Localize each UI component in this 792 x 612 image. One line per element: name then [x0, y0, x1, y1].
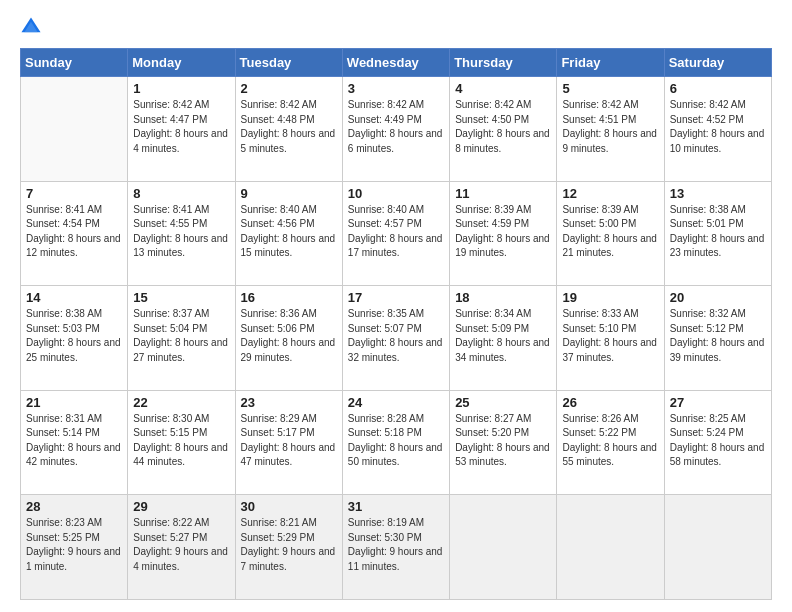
calendar-header-monday: Monday [128, 49, 235, 77]
calendar-cell: 11Sunrise: 8:39 AMSunset: 4:59 PMDayligh… [450, 181, 557, 286]
day-number: 3 [348, 81, 444, 96]
day-number: 4 [455, 81, 551, 96]
day-info: Sunrise: 8:30 AMSunset: 5:15 PMDaylight:… [133, 412, 229, 470]
day-number: 13 [670, 186, 766, 201]
calendar-cell: 24Sunrise: 8:28 AMSunset: 5:18 PMDayligh… [342, 390, 449, 495]
calendar-cell: 30Sunrise: 8:21 AMSunset: 5:29 PMDayligh… [235, 495, 342, 600]
calendar-cell: 13Sunrise: 8:38 AMSunset: 5:01 PMDayligh… [664, 181, 771, 286]
calendar-header-friday: Friday [557, 49, 664, 77]
calendar-week-1: 1Sunrise: 8:42 AMSunset: 4:47 PMDaylight… [21, 77, 772, 182]
day-info: Sunrise: 8:21 AMSunset: 5:29 PMDaylight:… [241, 516, 337, 574]
day-number: 10 [348, 186, 444, 201]
calendar-cell: 6Sunrise: 8:42 AMSunset: 4:52 PMDaylight… [664, 77, 771, 182]
calendar-cell: 8Sunrise: 8:41 AMSunset: 4:55 PMDaylight… [128, 181, 235, 286]
day-info: Sunrise: 8:35 AMSunset: 5:07 PMDaylight:… [348, 307, 444, 365]
day-number: 16 [241, 290, 337, 305]
calendar-cell: 20Sunrise: 8:32 AMSunset: 5:12 PMDayligh… [664, 286, 771, 391]
calendar-cell [664, 495, 771, 600]
calendar-cell: 9Sunrise: 8:40 AMSunset: 4:56 PMDaylight… [235, 181, 342, 286]
calendar-cell: 28Sunrise: 8:23 AMSunset: 5:25 PMDayligh… [21, 495, 128, 600]
day-info: Sunrise: 8:42 AMSunset: 4:50 PMDaylight:… [455, 98, 551, 156]
header [20, 16, 772, 38]
day-info: Sunrise: 8:40 AMSunset: 4:57 PMDaylight:… [348, 203, 444, 261]
calendar-week-2: 7Sunrise: 8:41 AMSunset: 4:54 PMDaylight… [21, 181, 772, 286]
day-info: Sunrise: 8:27 AMSunset: 5:20 PMDaylight:… [455, 412, 551, 470]
calendar-cell: 25Sunrise: 8:27 AMSunset: 5:20 PMDayligh… [450, 390, 557, 495]
day-info: Sunrise: 8:26 AMSunset: 5:22 PMDaylight:… [562, 412, 658, 470]
day-number: 26 [562, 395, 658, 410]
day-number: 12 [562, 186, 658, 201]
day-info: Sunrise: 8:29 AMSunset: 5:17 PMDaylight:… [241, 412, 337, 470]
day-number: 9 [241, 186, 337, 201]
day-info: Sunrise: 8:38 AMSunset: 5:01 PMDaylight:… [670, 203, 766, 261]
day-info: Sunrise: 8:23 AMSunset: 5:25 PMDaylight:… [26, 516, 122, 574]
day-info: Sunrise: 8:39 AMSunset: 5:00 PMDaylight:… [562, 203, 658, 261]
day-info: Sunrise: 8:28 AMSunset: 5:18 PMDaylight:… [348, 412, 444, 470]
day-number: 6 [670, 81, 766, 96]
day-number: 27 [670, 395, 766, 410]
calendar-cell: 7Sunrise: 8:41 AMSunset: 4:54 PMDaylight… [21, 181, 128, 286]
calendar-header-tuesday: Tuesday [235, 49, 342, 77]
calendar-cell [450, 495, 557, 600]
day-number: 2 [241, 81, 337, 96]
day-info: Sunrise: 8:42 AMSunset: 4:47 PMDaylight:… [133, 98, 229, 156]
calendar-cell: 5Sunrise: 8:42 AMSunset: 4:51 PMDaylight… [557, 77, 664, 182]
logo [20, 16, 46, 38]
day-info: Sunrise: 8:40 AMSunset: 4:56 PMDaylight:… [241, 203, 337, 261]
calendar-cell: 26Sunrise: 8:26 AMSunset: 5:22 PMDayligh… [557, 390, 664, 495]
calendar-cell: 23Sunrise: 8:29 AMSunset: 5:17 PMDayligh… [235, 390, 342, 495]
calendar-week-4: 21Sunrise: 8:31 AMSunset: 5:14 PMDayligh… [21, 390, 772, 495]
calendar-cell: 12Sunrise: 8:39 AMSunset: 5:00 PMDayligh… [557, 181, 664, 286]
calendar-cell: 21Sunrise: 8:31 AMSunset: 5:14 PMDayligh… [21, 390, 128, 495]
day-info: Sunrise: 8:42 AMSunset: 4:51 PMDaylight:… [562, 98, 658, 156]
day-number: 14 [26, 290, 122, 305]
day-info: Sunrise: 8:38 AMSunset: 5:03 PMDaylight:… [26, 307, 122, 365]
calendar-cell: 2Sunrise: 8:42 AMSunset: 4:48 PMDaylight… [235, 77, 342, 182]
calendar-header-sunday: Sunday [21, 49, 128, 77]
calendar-table: SundayMondayTuesdayWednesdayThursdayFrid… [20, 48, 772, 600]
day-info: Sunrise: 8:25 AMSunset: 5:24 PMDaylight:… [670, 412, 766, 470]
day-info: Sunrise: 8:34 AMSunset: 5:09 PMDaylight:… [455, 307, 551, 365]
day-number: 28 [26, 499, 122, 514]
calendar-cell: 27Sunrise: 8:25 AMSunset: 5:24 PMDayligh… [664, 390, 771, 495]
day-info: Sunrise: 8:41 AMSunset: 4:55 PMDaylight:… [133, 203, 229, 261]
calendar-week-3: 14Sunrise: 8:38 AMSunset: 5:03 PMDayligh… [21, 286, 772, 391]
day-info: Sunrise: 8:42 AMSunset: 4:49 PMDaylight:… [348, 98, 444, 156]
day-number: 31 [348, 499, 444, 514]
day-number: 17 [348, 290, 444, 305]
calendar-header-wednesday: Wednesday [342, 49, 449, 77]
day-info: Sunrise: 8:42 AMSunset: 4:52 PMDaylight:… [670, 98, 766, 156]
day-info: Sunrise: 8:41 AMSunset: 4:54 PMDaylight:… [26, 203, 122, 261]
calendar-cell: 29Sunrise: 8:22 AMSunset: 5:27 PMDayligh… [128, 495, 235, 600]
day-info: Sunrise: 8:37 AMSunset: 5:04 PMDaylight:… [133, 307, 229, 365]
day-number: 19 [562, 290, 658, 305]
day-number: 22 [133, 395, 229, 410]
calendar-week-5: 28Sunrise: 8:23 AMSunset: 5:25 PMDayligh… [21, 495, 772, 600]
calendar-cell: 3Sunrise: 8:42 AMSunset: 4:49 PMDaylight… [342, 77, 449, 182]
day-info: Sunrise: 8:39 AMSunset: 4:59 PMDaylight:… [455, 203, 551, 261]
day-number: 8 [133, 186, 229, 201]
calendar-cell: 16Sunrise: 8:36 AMSunset: 5:06 PMDayligh… [235, 286, 342, 391]
day-number: 7 [26, 186, 122, 201]
calendar-cell [21, 77, 128, 182]
day-info: Sunrise: 8:22 AMSunset: 5:27 PMDaylight:… [133, 516, 229, 574]
calendar-header-row: SundayMondayTuesdayWednesdayThursdayFrid… [21, 49, 772, 77]
calendar-cell [557, 495, 664, 600]
day-number: 29 [133, 499, 229, 514]
day-info: Sunrise: 8:19 AMSunset: 5:30 PMDaylight:… [348, 516, 444, 574]
calendar-cell: 4Sunrise: 8:42 AMSunset: 4:50 PMDaylight… [450, 77, 557, 182]
day-info: Sunrise: 8:31 AMSunset: 5:14 PMDaylight:… [26, 412, 122, 470]
page: SundayMondayTuesdayWednesdayThursdayFrid… [0, 0, 792, 612]
day-number: 23 [241, 395, 337, 410]
logo-icon [20, 16, 42, 38]
day-number: 1 [133, 81, 229, 96]
calendar-cell: 22Sunrise: 8:30 AMSunset: 5:15 PMDayligh… [128, 390, 235, 495]
day-number: 21 [26, 395, 122, 410]
calendar-cell: 31Sunrise: 8:19 AMSunset: 5:30 PMDayligh… [342, 495, 449, 600]
calendar-cell: 1Sunrise: 8:42 AMSunset: 4:47 PMDaylight… [128, 77, 235, 182]
day-info: Sunrise: 8:42 AMSunset: 4:48 PMDaylight:… [241, 98, 337, 156]
day-info: Sunrise: 8:32 AMSunset: 5:12 PMDaylight:… [670, 307, 766, 365]
day-info: Sunrise: 8:33 AMSunset: 5:10 PMDaylight:… [562, 307, 658, 365]
day-number: 20 [670, 290, 766, 305]
day-number: 25 [455, 395, 551, 410]
